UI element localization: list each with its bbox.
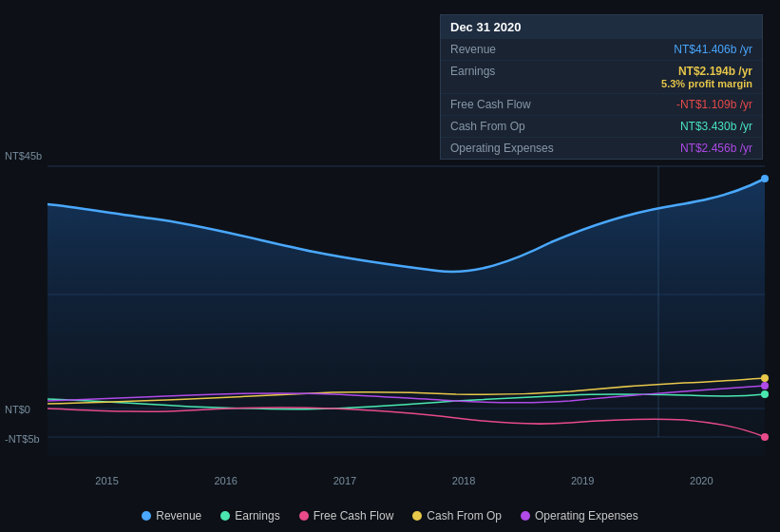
tooltip-cashop-label: Cash From Op — [450, 120, 564, 133]
tooltip-cashop-value: NT$3.430b /yr — [680, 120, 752, 133]
legend-revenue[interactable]: Revenue — [142, 509, 201, 522]
tooltip-revenue-row: Revenue NT$41.406b /yr — [441, 39, 762, 61]
y-label-top: NT$45b — [5, 150, 42, 162]
x-label-2017: 2017 — [333, 475, 356, 486]
legend-cashop-label: Cash From Op — [427, 509, 502, 522]
svg-point-5 — [761, 175, 769, 182]
svg-point-9 — [761, 382, 769, 390]
legend-revenue-dot — [142, 511, 151, 521]
legend-earnings[interactable]: Earnings — [220, 509, 279, 522]
x-label-2019: 2019 — [571, 475, 594, 486]
legend-opex[interactable]: Operating Expenses — [521, 509, 638, 522]
tooltip-earnings-label: Earnings — [450, 65, 564, 78]
svg-point-6 — [761, 390, 769, 398]
svg-point-8 — [761, 374, 769, 382]
y-label-mid: NT$0 — [5, 404, 30, 415]
x-label-2020: 2020 — [690, 475, 713, 486]
legend-cashop[interactable]: Cash From Op — [412, 509, 502, 522]
tooltip-revenue-value: NT$41.406b /yr — [674, 43, 752, 56]
legend-fcf-label: Free Cash Flow — [314, 509, 394, 522]
legend-opex-label: Operating Expenses — [535, 509, 638, 522]
tooltip-fcf-row: Free Cash Flow -NT$1.109b /yr — [441, 94, 762, 116]
tooltip-date: Dec 31 2020 — [441, 15, 762, 39]
legend-earnings-label: Earnings — [235, 509, 279, 522]
tooltip-opex-row: Operating Expenses NT$2.456b /yr — [441, 138, 762, 159]
svg-point-7 — [761, 433, 769, 441]
x-label-2018: 2018 — [452, 475, 475, 486]
tooltip-fcf-label: Free Cash Flow — [450, 98, 564, 111]
x-label-2015: 2015 — [95, 475, 118, 486]
x-axis-labels: 2015 2016 2017 2018 2019 2020 — [0, 475, 780, 486]
tooltip-opex-value: NT$2.456b /yr — [680, 142, 752, 155]
tooltip-fcf-value: -NT$1.109b /yr — [676, 98, 752, 111]
legend-cashop-dot — [412, 511, 422, 521]
y-label-bot: -NT$5b — [5, 433, 40, 445]
x-label-2016: 2016 — [214, 475, 237, 486]
tooltip-opex-label: Operating Expenses — [450, 142, 564, 155]
tooltip-earnings-value: NT$2.194b /yr 5.3% profit margin — [661, 65, 752, 89]
tooltip-earnings-row: Earnings NT$2.194b /yr 5.3% profit margi… — [441, 61, 762, 94]
tooltip-panel: Dec 31 2020 Revenue NT$41.406b /yr Earni… — [440, 14, 763, 160]
legend-fcf-dot — [299, 511, 309, 521]
tooltip-revenue-label: Revenue — [450, 43, 564, 56]
tooltip-cashop-row: Cash From Op NT$3.430b /yr — [441, 116, 762, 138]
chart-legend: Revenue Earnings Free Cash Flow Cash Fro… — [0, 509, 780, 522]
legend-revenue-label: Revenue — [156, 509, 201, 522]
legend-opex-dot — [521, 511, 530, 521]
legend-earnings-dot — [220, 511, 230, 521]
legend-fcf[interactable]: Free Cash Flow — [299, 509, 394, 522]
